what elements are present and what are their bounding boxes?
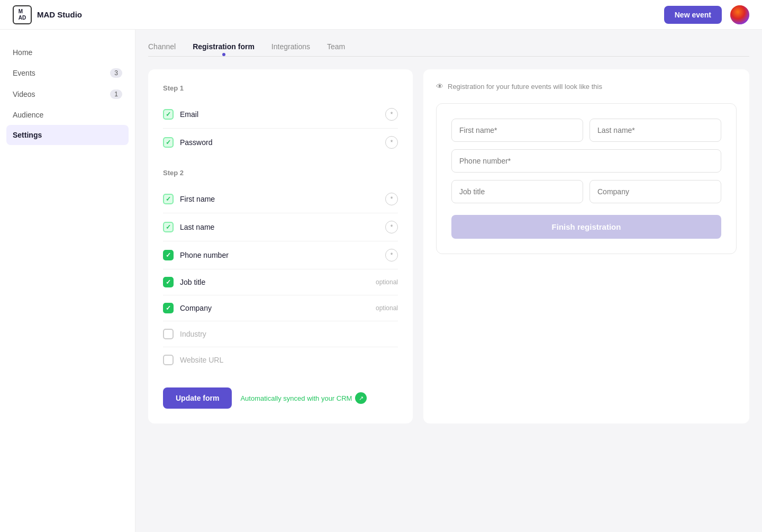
form-item-phone: ✓ Phone number *	[163, 241, 398, 269]
eye-icon: 👁	[436, 82, 443, 91]
form-item-company: ✓ Company optional	[163, 295, 398, 321]
form-item-password: ✓ Password *	[163, 129, 398, 156]
step2-section: Step 2 ✓ First name * ✓	[163, 169, 398, 373]
sidebar-label-home: Home	[13, 48, 32, 57]
crm-sync-label: Automatically synced with your CRM ↗	[240, 392, 367, 404]
tab-registration-form[interactable]: Registration form	[193, 42, 255, 56]
main-content: Channel Registration form Integrations T…	[135, 30, 762, 532]
checkbox-industry[interactable]	[163, 329, 174, 339]
step1-section: Step 1 ✓ Email * ✓	[163, 84, 398, 156]
preview-panel: 👁 Registration for your future events wi…	[423, 69, 749, 423]
form-bottom: Update form Automatically synced with yo…	[163, 377, 398, 409]
company-badge: optional	[376, 304, 398, 312]
sidebar-item-events[interactable]: Events 3	[0, 62, 135, 84]
sidebar-badge-videos: 1	[110, 89, 122, 99]
tabs: Channel Registration form Integrations T…	[148, 42, 749, 57]
finish-registration-button[interactable]: Finish registration	[451, 215, 721, 239]
firstname-required-star[interactable]: *	[385, 193, 398, 205]
email-label: Email	[180, 110, 198, 119]
preview-info: 👁 Registration for your future events wi…	[436, 82, 737, 91]
preview-firstname-input[interactable]	[451, 119, 583, 142]
form-panel: Step 1 ✓ Email * ✓	[148, 69, 413, 423]
industry-label: Industry	[180, 330, 206, 338]
logo: MAD	[13, 5, 32, 24]
password-required-star[interactable]: *	[385, 136, 398, 149]
website-label: Website URL	[180, 356, 223, 364]
form-item-jobtitle: ✓ Job title optional	[163, 269, 398, 295]
step1-label: Step 1	[163, 84, 398, 92]
checkbox-lastname[interactable]: ✓	[163, 222, 174, 232]
preview-company-input[interactable]	[589, 180, 721, 203]
checkbox-firstname[interactable]: ✓	[163, 194, 174, 204]
app-name: MAD Studio	[37, 10, 82, 19]
phone-label: Phone number	[180, 251, 229, 259]
sidebar-item-home[interactable]: Home	[0, 42, 135, 62]
preview-phone-input[interactable]	[451, 149, 721, 173]
sidebar-badge-events: 3	[110, 68, 122, 78]
checkbox-password[interactable]: ✓	[163, 137, 174, 148]
preview-job-row	[451, 180, 721, 203]
preview-form: Finish registration	[436, 103, 737, 254]
company-label: Company	[180, 304, 212, 312]
preview-name-row	[451, 119, 721, 142]
content-area: Step 1 ✓ Email * ✓	[148, 69, 749, 423]
sidebar-item-settings[interactable]: Settings	[6, 125, 129, 145]
sidebar-label-events: Events	[13, 69, 35, 77]
sidebar: Home Events 3 Videos 1 Audience Settings	[0, 30, 135, 532]
sidebar-label-videos: Videos	[13, 90, 35, 98]
layout: Home Events 3 Videos 1 Audience Settings…	[0, 30, 762, 532]
lastname-required-star[interactable]: *	[385, 221, 398, 233]
checkbox-website[interactable]	[163, 355, 174, 365]
sidebar-label-audience: Audience	[13, 111, 43, 119]
sidebar-label-settings: Settings	[13, 131, 42, 139]
tab-team[interactable]: Team	[327, 42, 345, 56]
checkbox-email[interactable]: ✓	[163, 109, 174, 120]
phone-required-star[interactable]: *	[385, 249, 398, 262]
firstname-label: First name	[180, 195, 215, 203]
checkbox-company[interactable]: ✓	[163, 303, 174, 313]
tab-channel[interactable]: Channel	[148, 42, 176, 56]
sidebar-item-videos[interactable]: Videos 1	[0, 84, 135, 105]
crm-sync-icon: ↗	[355, 392, 367, 404]
form-item-lastname: ✓ Last name *	[163, 213, 398, 241]
sidebar-item-audience[interactable]: Audience	[0, 105, 135, 125]
checkbox-phone[interactable]: ✓	[163, 250, 174, 260]
header-brand: MAD MAD Studio	[13, 5, 82, 24]
jobtitle-label: Job title	[180, 278, 205, 286]
step2-label: Step 2	[163, 169, 398, 177]
preview-lastname-input[interactable]	[589, 119, 721, 142]
checkbox-jobtitle[interactable]: ✓	[163, 277, 174, 287]
avatar[interactable]	[730, 5, 749, 24]
tab-integrations[interactable]: Integrations	[271, 42, 310, 56]
preview-jobtitle-input[interactable]	[451, 180, 583, 203]
email-required-star[interactable]: *	[385, 108, 398, 121]
form-item-firstname: ✓ First name *	[163, 185, 398, 213]
header: MAD MAD Studio New event	[0, 0, 762, 30]
password-label: Password	[180, 138, 212, 147]
lastname-label: Last name	[180, 223, 214, 231]
form-item-email: ✓ Email *	[163, 101, 398, 129]
new-event-button[interactable]: New event	[664, 6, 722, 24]
update-form-button[interactable]: Update form	[163, 387, 232, 409]
form-item-website: Website URL	[163, 347, 398, 373]
form-item-industry: Industry	[163, 321, 398, 347]
jobtitle-badge: optional	[376, 278, 398, 286]
